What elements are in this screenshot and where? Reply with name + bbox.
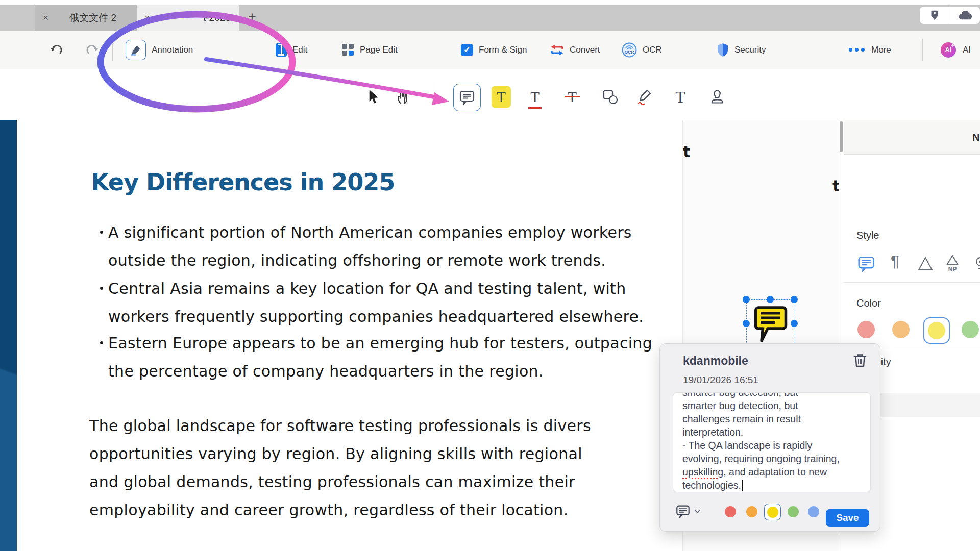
highlight-tool[interactable]: T: [490, 86, 512, 108]
page-edit-label: Page Edit: [360, 45, 398, 55]
comment-line: - The QA landscape is rapidly: [682, 439, 866, 452]
more-tab[interactable]: More: [849, 31, 891, 69]
panel-title: N: [972, 132, 979, 143]
cursor-icon: [368, 89, 379, 105]
comment-line: technologies.: [682, 479, 866, 492]
ai-icon: Ai ✦: [941, 42, 956, 58]
strikethrough-tool[interactable]: T: [561, 86, 583, 108]
ai-tab[interactable]: Ai ✦ AI: [941, 31, 971, 69]
misspelled-word: upskilling: [682, 466, 723, 478]
edit-icon: [276, 43, 287, 57]
form-sign-tab[interactable]: ✓ Form & Sign: [461, 31, 527, 69]
comment-line: interpretation.: [682, 425, 866, 439]
note-style-dropdown[interactable]: [676, 505, 701, 518]
stamp-tool[interactable]: [706, 86, 728, 108]
resize-handle[interactable]: [791, 320, 798, 327]
highlight-icon: T: [492, 86, 511, 108]
panel-color-yellow-selected[interactable]: [923, 317, 950, 344]
color-section-label: Color: [856, 297, 881, 309]
resize-handle[interactable]: [767, 296, 774, 303]
security-label: Security: [734, 45, 766, 55]
hand-tool[interactable]: [392, 86, 414, 108]
panel-header: N: [844, 120, 980, 155]
clipped-text-fragment: t: [683, 143, 690, 161]
redo-icon: [85, 43, 99, 57]
undo-icon: [50, 43, 63, 57]
new-tab-button[interactable]: +: [248, 9, 256, 25]
resize-handle[interactable]: [743, 320, 750, 327]
text-icon: T: [675, 89, 685, 105]
save-button[interactable]: Save: [826, 509, 869, 527]
style-note-option[interactable]: [857, 256, 875, 274]
select-tool[interactable]: [362, 86, 385, 108]
redo-button[interactable]: [85, 31, 99, 69]
color-swatch-orange[interactable]: [746, 506, 757, 517]
ocr-tab[interactable]: OCR OCR: [622, 31, 662, 69]
style-paragraph-option[interactable]: ¶: [891, 252, 899, 271]
bullet-line: Eastern Europe appears to be an emerging…: [108, 334, 652, 352]
svg-text:OCR: OCR: [625, 49, 634, 54]
bullet-dot: [100, 287, 103, 290]
divider: [844, 282, 980, 283]
pencil-icon: [636, 89, 652, 105]
tag-button[interactable]: [920, 7, 950, 24]
page-accent-strip: [0, 120, 17, 551]
tab-title: t-2025: [203, 12, 231, 23]
cloud-button[interactable]: [950, 7, 980, 24]
tab-document-2[interactable]: × t-2025: [137, 5, 239, 31]
tab-document-1[interactable]: × 俄文文件 2: [35, 5, 138, 31]
comment-line: evolving, requiring ongoing training,: [682, 452, 866, 465]
color-swatch-green[interactable]: [788, 506, 799, 517]
ai-label: AI: [963, 45, 971, 55]
comment-author: kdanmobile: [683, 354, 748, 368]
page-title: Key Differences in 2025: [91, 168, 395, 196]
comment-text-input[interactable]: smarter bug detection, but smarter bug d…: [673, 392, 871, 492]
stamp-icon: [709, 89, 725, 105]
note-bubble-icon: [754, 306, 788, 344]
ocr-label: OCR: [643, 45, 662, 55]
annotation-tab[interactable]: Annotation: [126, 31, 193, 69]
paragraph-line: opportunities varying by region. By alig…: [89, 445, 582, 463]
edit-label: Edit: [292, 45, 307, 55]
underline-tool[interactable]: T: [524, 86, 546, 108]
color-swatch-blue[interactable]: [808, 506, 819, 517]
main-toolbar: Annotation Edit Page Edit ✓ Form & Sign: [0, 31, 980, 69]
scrollbar-thumb[interactable]: [840, 121, 843, 152]
note-comment-icon: [459, 90, 475, 105]
strikethrough-icon: T: [568, 90, 577, 105]
pen-tool[interactable]: [633, 86, 655, 108]
panel-color-orange[interactable]: [892, 321, 910, 338]
style-key-option[interactable]: [972, 256, 980, 275]
style-triangle-option[interactable]: [917, 256, 934, 274]
divider: [434, 82, 434, 108]
note-tool[interactable]: [453, 84, 481, 111]
bullet-dot: [100, 341, 103, 344]
sticky-note-annotation[interactable]: [754, 306, 788, 346]
pdf-editor-window: × 俄文文件 2 × t-2025 +: [0, 0, 980, 551]
convert-tab[interactable]: Convert: [550, 31, 600, 69]
close-tab-icon[interactable]: ×: [144, 12, 150, 23]
edit-tab[interactable]: Edit: [276, 31, 307, 69]
color-swatch-red[interactable]: [725, 506, 736, 517]
panel-color-green[interactable]: [962, 321, 979, 338]
undo-button[interactable]: [50, 31, 63, 69]
page-edit-tab[interactable]: Page Edit: [342, 31, 398, 69]
tab-bar: × 俄文文件 2 × t-2025 +: [0, 5, 980, 31]
resize-handle[interactable]: [791, 296, 798, 303]
color-swatch-yellow-selected[interactable]: [764, 504, 781, 520]
convert-label: Convert: [570, 45, 600, 55]
bullet-line: outside the region, indicating offshorin…: [108, 252, 606, 269]
resize-handle[interactable]: [743, 296, 750, 303]
chevron-down-icon: [694, 509, 701, 514]
divider: [112, 39, 113, 61]
text-tool[interactable]: T: [669, 86, 692, 108]
delete-comment-button[interactable]: [853, 353, 867, 369]
annotation-tools-bar: T T T T: [0, 69, 980, 121]
close-tab-icon[interactable]: ×: [43, 12, 48, 23]
panel-color-red[interactable]: [857, 321, 875, 338]
shape-tool[interactable]: [599, 86, 622, 108]
bullet-line: workers frequently supporting companies …: [108, 308, 644, 325]
style-new-paragraph-option[interactable]: NP: [946, 255, 959, 273]
security-tab[interactable]: Security: [717, 31, 766, 69]
tab-title: 俄文文件 2: [48, 11, 137, 24]
